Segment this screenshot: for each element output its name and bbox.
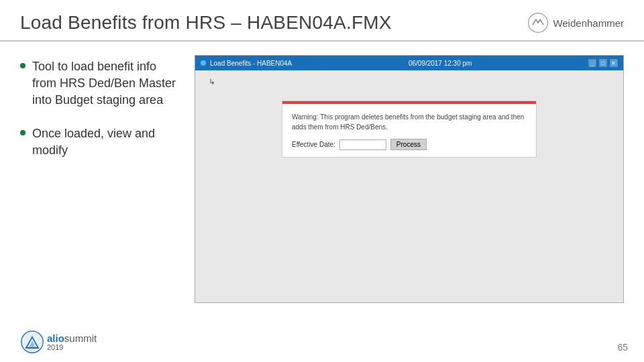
slide: Load Benefits from HRS – HABEN04A.FMX We… [0,0,644,362]
bullet-item-1: Tool to load benefit info from HRS Ded/B… [20,58,181,109]
bullet-dot-1 [20,63,25,68]
process-button[interactable]: Process [390,139,427,150]
maximize-button[interactable]: □ [599,59,607,67]
warning-form-row: Effective Date: Process [292,139,527,150]
logo-text: Weidenhammer [553,17,624,29]
bullet-item-2: Once loaded, view and modify [20,125,181,159]
summit-logo: aliosummit 2019 [20,330,97,354]
footer: aliosummit 2019 [20,330,97,354]
cursor-symbol: ↳ [209,77,215,86]
titlebar-left: Load Benefits - HABEN04A [201,60,292,67]
weidenhammer-icon [527,12,549,34]
warning-text: Warning: This program deletes benefits f… [292,112,527,132]
page-number: 65 [617,342,628,353]
summit-brand: aliosummit [47,333,97,344]
close-button[interactable]: ✕ [610,59,618,67]
minimize-button[interactable]: _ [588,59,596,67]
warning-title-bar [282,101,536,104]
effective-date-input[interactable] [339,139,386,150]
summit-mountain-icon [20,330,44,354]
logo-area: Weidenhammer [527,12,624,34]
app-window: Load Benefits - HABEN04A 06/09/2017 12:3… [195,55,624,303]
summit-year: 2019 [47,344,97,351]
effective-date-label: Effective Date: [292,141,335,148]
header: Load Benefits from HRS – HABEN04A.FMX We… [0,0,644,42]
bullet-text-2: Once loaded, view and modify [32,125,181,159]
titlebar-dot [201,60,206,66]
summit-brand-word: summit [64,333,97,344]
summit-text-group: aliosummit 2019 [47,333,97,351]
warning-box: Warning: This program deletes benefits f… [282,101,537,158]
content-area: Tool to load benefit info from HRS Ded/B… [0,42,644,350]
titlebar-datetime: 06/09/2017 12:30 pm [409,60,472,67]
summit-brand-alio: alio [47,333,64,344]
bullet-text-1: Tool to load benefit info from HRS Ded/B… [32,58,181,109]
page-title: Load Benefits from HRS – HABEN04A.FMX [20,12,392,34]
bullet-list: Tool to load benefit info from HRS Ded/B… [20,55,181,350]
app-screenshot-col: Load Benefits - HABEN04A 06/09/2017 12:3… [195,55,624,350]
app-title: Load Benefits - HABEN04A [210,60,292,67]
titlebar-buttons: _ □ ✕ [588,59,618,67]
bullet-dot-2 [20,130,25,135]
app-body: ↳ Warning: This program deletes benefits… [195,70,623,302]
app-titlebar: Load Benefits - HABEN04A 06/09/2017 12:3… [195,56,623,70]
